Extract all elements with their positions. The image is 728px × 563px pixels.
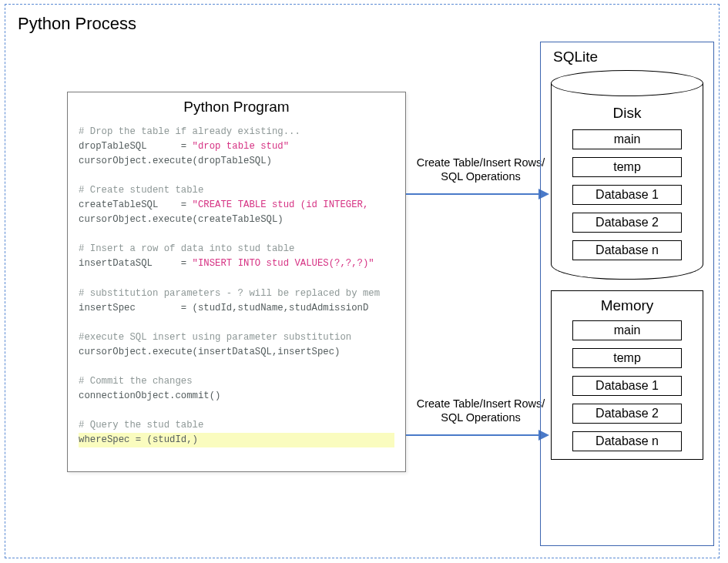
code-line-highlight: whereSpec = (studId,) bbox=[79, 433, 394, 447]
disk-cylinder: Disk main temp Database 1 Database 2 Dat… bbox=[551, 70, 703, 280]
process-title: Python Process bbox=[18, 14, 708, 34]
python-process-container: Python Process Python Program # Drop the… bbox=[5, 4, 720, 558]
memory-box: Memory main temp Database 1 Database 2 D… bbox=[551, 290, 703, 460]
code-comment: # Insert a row of data into stud table bbox=[79, 243, 294, 254]
code-line: createTableSQL = "CREATE TABLE stud (id … bbox=[79, 199, 368, 210]
code-line: insertSpec = (studId,studName,studAdmiss… bbox=[79, 303, 368, 313]
code-comment: # substitution parameters - ? will be re… bbox=[79, 288, 380, 299]
code-comment: # Commit the changes bbox=[79, 376, 193, 387]
sqlite-box: SQLite Disk main temp Database 1 Databas… bbox=[540, 42, 714, 546]
arrow-1 bbox=[406, 185, 549, 203]
cylinder-body: Disk main temp Database 1 Database 2 Dat… bbox=[551, 83, 703, 280]
code-line: cursorObject.execute(insertDataSQL,inser… bbox=[79, 347, 340, 357]
code-line: dropTableSQL = "drop table stud" bbox=[79, 141, 289, 152]
code-comment: #execute SQL insert using parameter subs… bbox=[79, 332, 351, 343]
code-line: insertDataSQL = "INSERT INTO stud VALUES… bbox=[79, 258, 374, 269]
code-line: cursorObject.execute(dropTableSQL) bbox=[79, 156, 272, 166]
sqlite-title: SQLite bbox=[553, 49, 706, 65]
db-item-main: main bbox=[572, 129, 682, 149]
code-block: # Drop the table if already existing... … bbox=[68, 117, 405, 447]
arrow-label-2: Create Table/Insert Rows/ SQL Operations bbox=[411, 397, 550, 424]
db-item-2: Database 2 bbox=[572, 213, 682, 233]
mem-item-main: main bbox=[572, 320, 682, 340]
disk-label: Disk bbox=[559, 105, 695, 122]
memory-label: Memory bbox=[559, 297, 695, 314]
mem-item-1: Database 1 bbox=[572, 376, 682, 396]
db-item-temp: temp bbox=[572, 157, 682, 177]
mem-item-n: Database n bbox=[572, 431, 682, 451]
code-comment: # Create student table bbox=[79, 185, 203, 196]
arrow-label-1: Create Table/Insert Rows/ SQL Operations bbox=[411, 156, 550, 183]
code-line: cursorObject.execute(createTableSQL) bbox=[79, 214, 283, 225]
code-comment: # Query the stud table bbox=[79, 420, 203, 431]
mem-item-2: Database 2 bbox=[572, 404, 682, 424]
db-item-1: Database 1 bbox=[572, 185, 682, 205]
program-title: Python Program bbox=[68, 92, 405, 117]
code-comment: # Drop the table if already existing... bbox=[79, 126, 300, 137]
mem-item-temp: temp bbox=[572, 348, 682, 368]
content-area: Python Program # Drop the table if alrea… bbox=[16, 42, 708, 535]
code-line: connectionObject.commit() bbox=[79, 390, 220, 401]
cylinder-top bbox=[551, 70, 703, 96]
python-program-box: Python Program # Drop the table if alrea… bbox=[67, 92, 406, 472]
arrow-2 bbox=[406, 426, 549, 444]
db-item-n: Database n bbox=[572, 240, 682, 260]
